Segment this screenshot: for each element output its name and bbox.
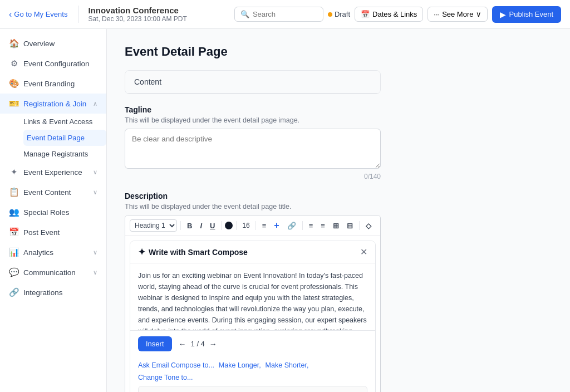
see-more-button[interactable]: ··· See More ∨ xyxy=(428,7,487,22)
bold-button[interactable]: B xyxy=(184,220,195,232)
underline-button[interactable]: U xyxy=(207,220,218,232)
toolbar-sep-3 xyxy=(236,221,237,230)
home-icon: 🏠 xyxy=(9,38,19,48)
sidebar-sub-manage-registrants[interactable]: Manage Registrants xyxy=(23,146,106,162)
page-total: 4 xyxy=(201,340,205,348)
suggestion-tone[interactable]: Change Tone to... xyxy=(138,374,193,381)
content-chevron-icon: ∨ xyxy=(93,189,97,196)
heading-select[interactable]: Heading 1 xyxy=(130,219,177,232)
paint-icon: 🎨 xyxy=(9,79,19,89)
suggestion-shorter[interactable]: Make Shorter, xyxy=(266,361,309,369)
draft-dot-icon xyxy=(328,12,332,17)
calendar-icon: 📅 xyxy=(361,10,370,18)
page-title: Event Detail Page xyxy=(125,45,552,59)
sidebar-item-event-branding[interactable]: 🎨 Event Branding xyxy=(0,74,106,94)
sidebar-sub-links-event-access[interactable]: Links & Event Access xyxy=(23,114,106,130)
sidebar-item-integrations[interactable]: 🔗 Integrations xyxy=(0,282,106,302)
see-more-dots: ··· xyxy=(434,10,440,18)
tagline-hint: This will be displayed under the event d… xyxy=(125,116,381,124)
sidebar-label-event-experience: Event Experience xyxy=(23,168,82,177)
search-input[interactable] xyxy=(253,10,317,18)
sidebar-item-overview[interactable]: 🏠 Overview xyxy=(0,33,106,53)
see-more-label: See More xyxy=(442,10,473,18)
bullet-list-button[interactable]: ≡ xyxy=(306,220,316,232)
sidebar-sub-label-detail: Event Detail Page xyxy=(27,134,85,142)
smart-compose-close-button[interactable]: ✕ xyxy=(360,247,367,257)
sidebar-label-integrations: Integrations xyxy=(23,288,63,297)
smart-compose-actions: Insert ← 1 / 4 → xyxy=(130,330,375,357)
sidebar-sub-registration: Links & Event Access Event Detail Page M… xyxy=(0,114,106,162)
tagline-section: Tagline This will be displayed under the… xyxy=(125,94,381,192)
sidebar-item-post-event[interactable]: 📅 Post Event xyxy=(0,222,106,242)
sidebar-sub-label-registrants: Manage Registrants xyxy=(23,150,88,158)
publish-button[interactable]: ▶ Publish Event xyxy=(492,6,562,23)
sidebar-item-event-content[interactable]: 📋 Event Content ∨ xyxy=(0,182,106,202)
table2-button[interactable]: ⊟ xyxy=(344,220,356,232)
sidebar-sub-event-detail-page[interactable]: Event Detail Page xyxy=(23,130,106,146)
main-content: Event Detail Page Content Tagline This w… xyxy=(107,29,570,392)
prompt-suggestions: Ask Email Compose to... Make Longer, Mak… xyxy=(138,361,367,381)
tagline-label: Tagline xyxy=(125,105,381,114)
communication-chevron-icon: ∨ xyxy=(93,269,97,276)
event-name: Innovation Conference xyxy=(88,6,186,15)
compose-body-text: Join us for an exciting webinar on Event… xyxy=(138,270,367,330)
sidebar-label-communication: Communication xyxy=(23,268,76,277)
sidebar-item-analytics[interactable]: 📊 Analytics ∨ xyxy=(0,242,106,262)
next-page-button[interactable]: → xyxy=(208,339,218,350)
sidebar-label-analytics: Analytics xyxy=(23,248,53,257)
table-button[interactable]: ⊞ xyxy=(330,220,342,232)
toolbar-sep-2 xyxy=(221,221,222,230)
add-button[interactable]: + xyxy=(271,219,282,232)
color-picker-icon[interactable] xyxy=(225,222,233,229)
link-button[interactable]: 🔗 xyxy=(284,220,299,232)
analytics-icon: 📊 xyxy=(9,247,19,257)
back-link-label: Go to My Events xyxy=(14,10,67,18)
registration-chevron-icon: ∧ xyxy=(93,100,97,107)
sidebar-item-registration-join[interactable]: 🎫 Registration & Join ∧ xyxy=(0,94,106,114)
insert-button[interactable]: Insert xyxy=(138,336,172,351)
dates-links-button[interactable]: 📅 Dates & Links xyxy=(355,7,423,22)
see-more-chevron-icon: ∨ xyxy=(476,10,481,18)
editor-toolbar: Heading 1 B I U 16 ≡ + 🔗 ≡ ≡ xyxy=(125,215,380,236)
align-button[interactable]: ≡ xyxy=(259,220,269,232)
publish-label: Publish Event xyxy=(509,10,554,18)
integrations-icon: 🔗 xyxy=(9,287,19,297)
sidebar-item-communication[interactable]: 💬 Communication ∨ xyxy=(0,262,106,282)
top-nav: ‹ Go to My Events Innovation Conference … xyxy=(0,0,570,29)
sidebar-sub-label-links: Links & Event Access xyxy=(23,117,92,126)
analytics-chevron-icon: ∨ xyxy=(93,249,97,256)
toolbar-sep-5 xyxy=(302,221,303,230)
sidebar-item-special-roles[interactable]: 👥 Special Roles xyxy=(0,202,106,222)
layout: 🏠 Overview ⚙ Event Configuration 🎨 Event… xyxy=(0,29,570,392)
search-box[interactable]: 🔍 xyxy=(234,7,323,22)
suggestion-longer[interactable]: Make Longer, xyxy=(219,361,261,369)
smart-compose-body: Join us for an exciting webinar on Event… xyxy=(130,263,375,330)
prompt-input[interactable] xyxy=(138,386,367,392)
ordered-list-button[interactable]: ≡ xyxy=(318,220,328,232)
smart-compose-title-text: Write with Smart Compose xyxy=(149,248,248,257)
description-hint: This will be displayed under the event d… xyxy=(125,203,381,210)
sidebar-item-event-experience[interactable]: ✦ Event Experience ∨ xyxy=(0,162,106,182)
compose-star-icon: ✦ xyxy=(138,247,145,257)
suggestion-ask[interactable]: Ask Email Compose to... xyxy=(138,361,214,369)
draft-label: Draft xyxy=(335,10,350,18)
sidebar-label-overview: Overview xyxy=(23,40,55,48)
clear-format-button[interactable]: ◇ xyxy=(363,220,374,232)
ticket-icon: 🎫 xyxy=(9,99,19,109)
content-tab[interactable]: Content xyxy=(125,71,380,94)
editor-wrapper: Heading 1 B I U 16 ≡ + 🔗 ≡ ≡ xyxy=(125,215,381,392)
post-event-icon: 📅 xyxy=(9,227,19,237)
sidebar-item-event-config[interactable]: ⚙ Event Configuration xyxy=(0,53,106,74)
tagline-char-count: 0/140 xyxy=(125,173,381,180)
nav-right: 🔍 Draft 📅 Dates & Links ··· See More ∨ ▶… xyxy=(234,6,561,23)
sidebar: 🏠 Overview ⚙ Event Configuration 🎨 Event… xyxy=(0,29,107,392)
sidebar-label-event-config: Event Configuration xyxy=(23,60,90,68)
prev-page-button[interactable]: ← xyxy=(178,339,188,350)
tagline-textarea[interactable] xyxy=(125,129,381,169)
italic-button[interactable]: I xyxy=(197,220,205,232)
pagination: ← 1 / 4 → xyxy=(178,339,218,350)
users-icon: 👥 xyxy=(9,207,19,217)
star-icon: ✦ xyxy=(9,167,19,177)
content-icon: 📋 xyxy=(9,187,19,197)
back-link[interactable]: ‹ Go to My Events xyxy=(9,9,67,19)
